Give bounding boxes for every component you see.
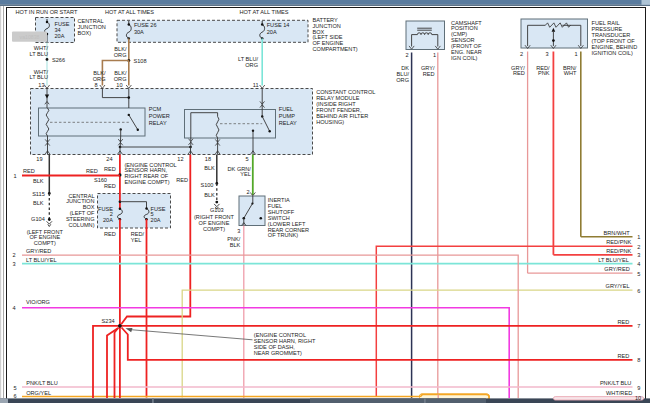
svg-text:ORG: ORG [396,77,409,83]
svg-text:ENGINE COMPT): ENGINE COMPT) [125,179,170,185]
svg-text:6: 6 [637,288,640,294]
svg-text:FUSE 14: FUSE 14 [267,22,290,28]
svg-text:BLK: BLK [33,178,44,184]
svg-text:RED/PNK: RED/PNK [606,248,631,254]
svg-text:RED: RED [104,166,116,172]
svg-text:2: 2 [637,244,640,250]
svg-text:(INSIDE RIGHT: (INSIDE RIGHT [316,101,356,107]
svg-text:GRY/RED: GRY/RED [604,266,629,272]
svg-text:30A: 30A [134,29,144,35]
svg-text:3: 3 [637,252,640,258]
svg-text:LT BLU/YEL: LT BLU/YEL [598,257,629,263]
svg-text:RELAY: RELAY [279,120,297,126]
svg-text:8: 8 [637,357,640,363]
svg-text:COLUMN): COLUMN) [68,222,94,228]
svg-text:OF TRUNK): OF TRUNK) [268,232,298,238]
svg-text:RED: RED [423,71,435,77]
svg-text:LT BLU: LT BLU [30,74,48,80]
svg-text:BLK: BLK [204,192,215,198]
svg-text:BEHIND AIR FILTER: BEHIND AIR FILTER [316,113,368,119]
svg-text:34: 34 [55,27,61,33]
svg-text:VIO/ORG: VIO/ORG [26,299,50,305]
svg-text:ORG: ORG [114,76,127,82]
svg-text:PNK/LT BLU: PNK/LT BLU [26,380,58,386]
svg-text:G103: G103 [210,207,224,213]
svg-text:LT BLU: LT BLU [30,51,48,57]
svg-text:2: 2 [405,52,408,58]
svg-text:FUSE: FUSE [55,21,70,27]
svg-text:PNK: PNK [538,70,550,76]
svg-text:1: 1 [574,51,577,57]
svg-text:BLK: BLK [33,200,44,206]
svg-text:12: 12 [177,156,183,162]
svg-text:BOX): BOX) [78,30,92,36]
svg-text:RED: RED [176,177,188,183]
svg-text:FUEL: FUEL [279,106,293,112]
svg-text:FUSE 26: FUSE 26 [134,22,157,28]
svg-text:1: 1 [14,173,17,179]
svg-text:20A: 20A [55,33,65,39]
svg-text:4: 4 [637,261,640,267]
svg-text:S108: S108 [134,58,147,64]
svg-text:HOT IN RUN OR START: HOT IN RUN OR START [16,9,78,15]
svg-text:COMPARTMENT): COMPARTMENT) [313,46,358,52]
svg-text:(ENGINE CONTROL: (ENGINE CONTROL [254,332,306,338]
svg-text:13: 13 [38,82,44,88]
svg-text:PCM: PCM [149,106,162,112]
svg-text:10: 10 [116,82,122,88]
svg-text:BLK: BLK [204,165,215,171]
svg-text:YEL: YEL [240,171,251,177]
svg-text:FRONT FENDER,: FRONT FENDER, [316,107,362,113]
svg-text:5: 5 [14,385,17,391]
svg-text:3: 3 [12,261,15,267]
svg-text:S100: S100 [200,182,213,188]
svg-text:POWER: POWER [149,113,170,119]
svg-text:RED: RED [617,353,629,359]
svg-text:COMPT): COMPT) [34,240,56,246]
svg-text:RED: RED [23,168,35,174]
svg-text:2: 2 [12,252,15,258]
svg-text:RED: RED [104,183,116,189]
svg-text:11: 11 [253,82,259,88]
svg-text:S115: S115 [32,191,45,197]
svg-text:20A: 20A [267,29,277,35]
svg-text:RED: RED [104,231,116,237]
svg-text:RED: RED [513,70,525,76]
svg-text:GRY/YEL: GRY/YEL [606,283,630,289]
svg-text:5: 5 [245,156,248,162]
svg-text:3: 3 [545,51,548,57]
svg-text:S266: S266 [52,57,65,63]
svg-text:ORG: ORG [93,76,106,82]
svg-text:PUMP: PUMP [279,113,295,119]
svg-text:RELAY: RELAY [149,120,167,126]
svg-text:3: 3 [237,228,240,234]
svg-text:RELAY MODULE: RELAY MODULE [316,95,360,101]
svg-text:RED/PNK: RED/PNK [606,239,631,245]
svg-text:SENSOR HARN, RIGHT: SENSOR HARN, RIGHT [254,338,316,344]
svg-text:7: 7 [637,323,640,329]
svg-text:1: 1 [637,234,640,240]
svg-text:1: 1 [433,52,436,58]
svg-text:5: 5 [637,271,640,277]
svg-text:COMPT): COMPT) [203,226,225,232]
svg-text:HOT AT ALL TIMES: HOT AT ALL TIMES [105,9,154,15]
svg-text:IGN COIL): IGN COIL) [451,55,478,61]
svg-text:PNK/LT BLU: PNK/LT BLU [600,380,632,386]
svg-text:HOT AT ALL TIMES: HOT AT ALL TIMES [239,9,288,15]
svg-text:YEL: YEL [131,237,142,243]
svg-text:19: 19 [36,156,42,162]
svg-text:G104: G104 [31,216,45,222]
svg-text:BLK: BLK [230,242,241,248]
svg-text:WHT: WHT [564,70,577,76]
svg-text:ORG: ORG [114,52,127,58]
svg-text:ORG/YEL: ORG/YEL [26,390,51,396]
svg-text:2: 2 [520,51,523,57]
svg-text:BRN/WHT: BRN/WHT [604,230,631,236]
svg-text:RED: RED [86,168,98,174]
svg-text:4: 4 [12,305,15,311]
svg-text:10: 10 [635,395,641,401]
svg-text:24: 24 [106,156,112,162]
svg-text:2: 2 [247,189,250,195]
svg-text:S234: S234 [102,318,115,324]
svg-text:ORG: ORG [245,62,258,68]
